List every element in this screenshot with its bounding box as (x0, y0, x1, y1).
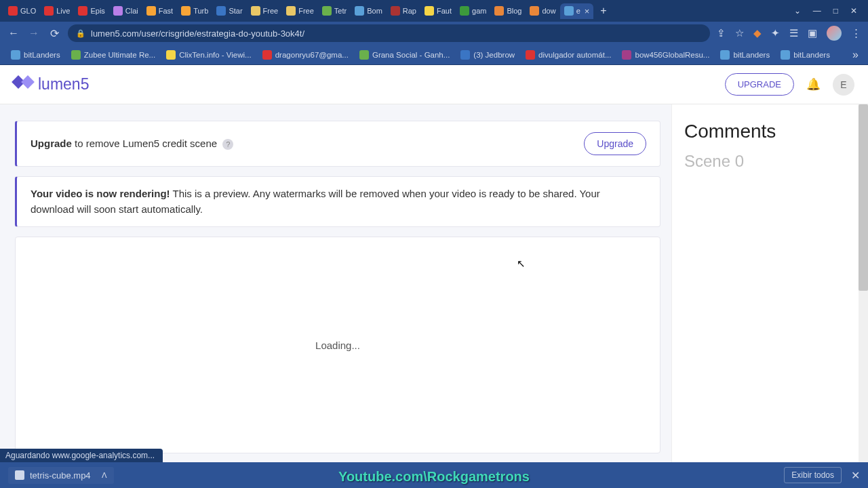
close-tab-icon[interactable]: × (585, 6, 590, 16)
bookmark-label: bow456GlobalResu... (635, 51, 709, 59)
download-item[interactable]: tetris-cube.mp4 ᐱ (8, 467, 114, 484)
tab-favicon (181, 6, 191, 16)
tab-favicon (530, 6, 539, 16)
bookmark-item[interactable]: Grana Social - Ganh... (355, 48, 454, 62)
brand-logo[interactable]: lumen5 (14, 75, 89, 94)
tab-label: Free (263, 7, 279, 15)
bookmark-label: bitLanders (733, 51, 770, 59)
close-window-icon[interactable]: ✕ (850, 6, 857, 16)
upgrade-button[interactable]: UPGRADE (725, 73, 794, 96)
bookmarks-overflow-icon[interactable]: » (850, 49, 861, 61)
bookmark-item[interactable]: dragonryu67@gma... (258, 48, 353, 62)
help-icon[interactable]: ? (222, 139, 233, 150)
tab-label: Clai (125, 7, 138, 15)
browser-tab[interactable]: Tetr (318, 3, 351, 18)
star-icon[interactable]: ☆ (735, 27, 744, 39)
user-avatar[interactable]: E (833, 74, 854, 96)
share-icon[interactable]: ⇪ (717, 27, 726, 39)
browser-tab[interactable]: Turb (177, 3, 212, 18)
bookmark-item[interactable]: Zubee Ultimate Re... (67, 48, 159, 62)
download-bar: tetris-cube.mp4 ᐱ Exibir todos ✕ (0, 462, 868, 488)
bookmark-label: (3) Jedbrow (473, 51, 515, 59)
comments-title: Comments (684, 121, 856, 142)
browser-tab[interactable]: Star (212, 3, 246, 18)
show-all-downloads[interactable]: Exibir todos (784, 467, 842, 483)
browser-tab[interactable]: gam (456, 3, 490, 18)
tab-favicon (322, 6, 332, 16)
side-panel-icon[interactable]: ▣ (808, 27, 817, 39)
bookmark-item[interactable]: divulgador automát... (521, 48, 615, 62)
reload-button[interactable]: ⟳ (47, 27, 61, 40)
tab-label: Epis (90, 7, 104, 15)
tab-favicon (251, 6, 260, 16)
browser-tab[interactable]: Free (282, 3, 318, 18)
tab-favicon (216, 6, 226, 16)
bookmark-favicon (359, 50, 369, 60)
bookmark-label: Zubee Ultimate Re... (84, 51, 155, 59)
tab-label: Free (298, 7, 314, 15)
tab-favicon (391, 6, 400, 16)
browser-tab[interactable]: Epis (74, 3, 108, 18)
scrollbar[interactable] (859, 104, 868, 462)
notifications-icon[interactable]: 🔔 (806, 77, 821, 92)
bookmark-label: bitLanders (793, 51, 830, 59)
scrollbar-thumb[interactable] (859, 104, 868, 291)
bookmark-favicon (781, 50, 790, 60)
minimize-icon[interactable]: — (813, 6, 821, 16)
tab-label: e (576, 7, 580, 15)
browser-address-bar: ← → ⟳ 🔒 lumen5.com/user/crisgride/estrat… (0, 22, 868, 45)
browser-tab[interactable]: Blog (490, 3, 526, 18)
bookmark-label: divulgador automát... (538, 51, 611, 59)
browser-tab[interactable]: dow (526, 3, 559, 18)
bookmark-item[interactable]: bitLanders (716, 48, 774, 62)
browser-tab[interactable]: Live (40, 3, 74, 18)
browser-tab[interactable]: Rap (387, 3, 420, 18)
bookmark-favicon (166, 50, 176, 60)
tab-favicon (286, 6, 296, 16)
bookmark-item[interactable]: bow456GlobalResu... (618, 48, 713, 62)
close-download-bar[interactable]: ✕ (851, 469, 860, 482)
tab-dropdown-icon[interactable]: ⌄ (794, 6, 801, 16)
browser-tab-strip: GLOLiveEpisClaiFastTurbStarFreeFreeTetrB… (0, 0, 868, 22)
tab-label: Fast (159, 7, 173, 15)
browser-tab[interactable]: GLO (4, 3, 40, 18)
tab-favicon (460, 6, 469, 16)
browser-tab[interactable]: Faut (420, 3, 456, 18)
browser-tab[interactable]: Free (247, 3, 283, 18)
browser-tab[interactable]: Bom (351, 3, 387, 18)
extension-icon[interactable]: ◆ (753, 27, 762, 39)
tab-label: Live (56, 7, 70, 15)
credit-scene-banner: Upgrade to remove Lumen5 credit scene ? … (15, 121, 660, 167)
kebab-menu-icon[interactable]: ⋮ (851, 27, 861, 39)
scene-label: Scene 0 (684, 152, 856, 171)
browser-tab[interactable]: Clai (109, 3, 142, 18)
bookmark-label: bitLanders (24, 51, 60, 59)
logo-icon (14, 75, 33, 94)
browser-tab[interactable]: e× (560, 3, 594, 19)
maximize-icon[interactable]: □ (833, 6, 838, 16)
download-filename: tetris-cube.mp4 (30, 470, 91, 481)
rendering-banner: Your video is now rendering! This is a p… (15, 176, 660, 227)
bookmark-item[interactable]: (3) Jedbrow (456, 48, 519, 62)
reading-list-icon[interactable]: ☰ (789, 27, 798, 39)
upgrade-small-button[interactable]: Upgrade (584, 132, 646, 155)
extensions-icon[interactable]: ✦ (771, 27, 780, 39)
back-button[interactable]: ← (7, 27, 20, 39)
bookmark-item[interactable]: bitLanders (7, 48, 64, 62)
app-body: Upgrade to remove Lumen5 credit scene ? … (0, 104, 868, 462)
new-tab-button[interactable]: + (593, 5, 613, 17)
profile-avatar-icon[interactable] (827, 26, 842, 41)
bookmark-item[interactable]: ClixTen.info - Viewi... (162, 48, 256, 62)
url-input[interactable]: 🔒 lumen5.com/user/crisgride/estrategia-d… (68, 24, 710, 42)
bookmark-item[interactable]: bitLanders (776, 48, 834, 62)
tab-label: GLO (20, 7, 36, 15)
forward-button[interactable]: → (27, 27, 41, 39)
browser-tab[interactable]: Fast (142, 3, 177, 18)
tab-favicon (494, 6, 504, 16)
tab-label: Rap (403, 7, 416, 15)
tab-label: dow (542, 7, 555, 15)
bookmarks-bar: bitLandersZubee Ultimate Re...ClixTen.in… (0, 45, 868, 65)
lock-icon: 🔒 (76, 29, 85, 38)
bookmark-favicon (460, 50, 470, 60)
chevron-up-icon[interactable]: ᐱ (102, 471, 107, 480)
